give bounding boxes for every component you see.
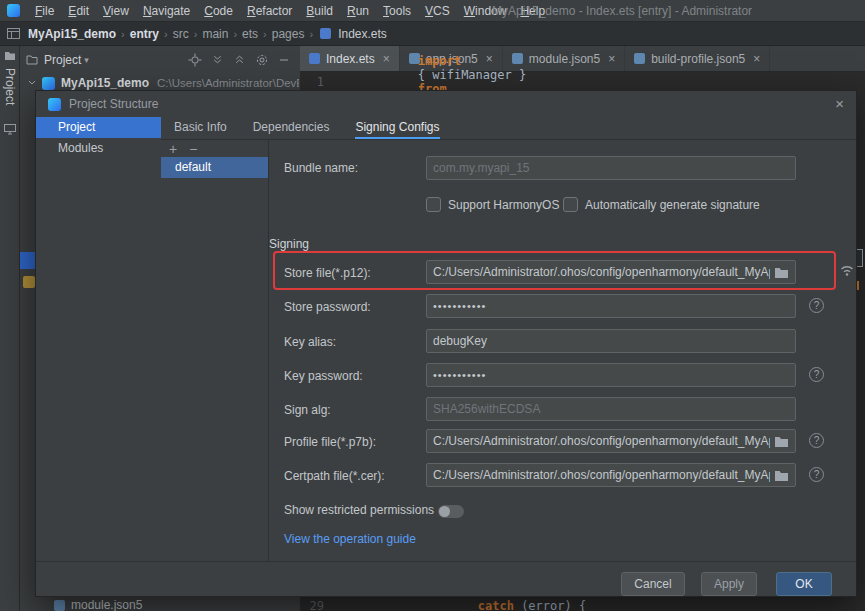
- divider: [36, 561, 856, 562]
- tab-dependencies[interactable]: Dependencies: [253, 117, 330, 139]
- menu-vcs[interactable]: VCS: [418, 0, 457, 22]
- breadcrumb-item-project[interactable]: MyApi15_demo: [26, 27, 118, 41]
- sidebar-item-modules[interactable]: Modules: [36, 138, 161, 159]
- sign-alg-field: SHA256withECDSA: [426, 397, 796, 421]
- menu-build[interactable]: Build: [299, 0, 340, 22]
- locate-file-icon[interactable]: [188, 53, 202, 67]
- tab-label: build-profile.json5: [651, 52, 745, 66]
- close-tab-icon[interactable]: ×: [608, 52, 615, 66]
- project-structure-dialog: Project Structure × Project Modules Basi…: [35, 90, 857, 597]
- breadcrumb-item-pages[interactable]: pages: [270, 27, 307, 41]
- key-alias-field[interactable]: debugKey: [426, 329, 796, 353]
- certpath-file-field[interactable]: C:/Users/Administrator/.ohos/config/open…: [426, 463, 796, 487]
- collapse-all-icon[interactable]: [233, 53, 246, 66]
- sign-alg-label: Sign alg:: [284, 403, 331, 417]
- auto-generate-signature-checkbox[interactable]: [563, 197, 578, 212]
- dialog-header[interactable]: Project Structure: [36, 91, 856, 117]
- chevron-down-icon[interactable]: ▾: [84, 55, 89, 65]
- menu-run[interactable]: Run: [340, 0, 376, 22]
- config-list-toolbar: + −: [169, 141, 197, 157]
- project-root-name: MyApi15_demo: [61, 76, 149, 90]
- restricted-permissions-label: Show restricted permissions: [284, 503, 434, 517]
- breadcrumb-item-ets[interactable]: ets: [240, 27, 260, 41]
- bundle-name-label: Bundle name:: [284, 161, 358, 175]
- browse-folder-icon[interactable]: [774, 435, 789, 448]
- cancel-button[interactable]: Cancel: [621, 572, 685, 596]
- device-monitor-icon[interactable]: [4, 124, 16, 135]
- breadcrumb-separator: ›: [161, 28, 171, 40]
- key-password-label: Key password:: [284, 369, 363, 383]
- tree-item-module-json5[interactable]: module.json5: [54, 598, 142, 611]
- tree-item-label: module.json5: [71, 598, 142, 611]
- settings-gear-icon[interactable]: [255, 53, 269, 67]
- key-password-value: •••••••••••: [433, 369, 789, 381]
- deveco-logo-icon: [48, 98, 61, 111]
- help-icon[interactable]: ?: [809, 367, 824, 382]
- apply-button[interactable]: Apply: [701, 572, 757, 596]
- menu-edit[interactable]: Edit: [61, 0, 96, 22]
- chevron-expand-icon[interactable]: [27, 78, 37, 88]
- store-password-value: •••••••••••: [433, 300, 789, 312]
- restricted-permissions-toggle[interactable]: [438, 505, 464, 518]
- keyword-catch: catch: [478, 599, 514, 611]
- sidebar-item-project[interactable]: Project: [36, 117, 161, 138]
- divider: [268, 139, 269, 561]
- divider: [161, 139, 856, 140]
- tool-window-label-project[interactable]: Project: [3, 68, 17, 105]
- breadcrumb-separator: ›: [191, 28, 201, 40]
- menu-navigate[interactable]: Navigate: [136, 0, 197, 22]
- support-harmonyos-checkbox[interactable]: [426, 197, 441, 212]
- breadcrumb-item-entry[interactable]: entry: [128, 27, 161, 41]
- add-config-button[interactable]: +: [169, 141, 177, 157]
- code-line-1[interactable]: 1 import { wifiManager } from '@kit.Conn…: [300, 73, 584, 91]
- bundle-name-field[interactable]: com.my.myapi_15: [426, 156, 796, 180]
- project-view-selector[interactable]: Project: [44, 53, 81, 67]
- menu-file[interactable]: File: [28, 0, 61, 22]
- menu-code[interactable]: Code: [197, 0, 240, 22]
- tab-signing-configs[interactable]: Signing Configs: [355, 117, 439, 139]
- breadcrumb-item-src[interactable]: src: [171, 27, 191, 41]
- menu-tools[interactable]: Tools: [376, 0, 418, 22]
- operation-guide-link[interactable]: View the operation guide: [284, 532, 416, 546]
- close-dialog-icon[interactable]: ×: [835, 94, 844, 114]
- store-file-label: Store file(*.p12):: [284, 266, 371, 280]
- key-alias-value: debugKey: [433, 334, 789, 348]
- store-password-label: Store password:: [284, 300, 371, 314]
- deveco-logo-icon: [7, 4, 20, 17]
- tab-build-profile-json5[interactable]: build-profile.json5 ×: [625, 46, 770, 71]
- key-password-field[interactable]: •••••••••••: [426, 363, 796, 387]
- ets-file-icon: [320, 28, 331, 39]
- browse-folder-icon[interactable]: [774, 469, 789, 482]
- line-number: 1: [300, 75, 324, 89]
- help-icon[interactable]: ?: [809, 467, 824, 482]
- tab-basic-info[interactable]: Basic Info: [174, 117, 227, 139]
- expand-all-icon[interactable]: [211, 53, 224, 66]
- store-file-field[interactable]: C:/Users/Administrator/.ohos/config/open…: [426, 260, 796, 284]
- window-title: MyApi15_demo - Index.ets [entry] - Admin…: [492, 4, 752, 18]
- tree-item-icon-fragment: [23, 276, 35, 288]
- breadcrumb-item-index-ets[interactable]: Index.ets: [336, 27, 389, 41]
- code-expression: { wifiManager }: [418, 68, 526, 82]
- project-root-path: C:\Users\Administrator\DevEcoS: [157, 77, 299, 89]
- menu-refactor[interactable]: Refactor: [240, 0, 299, 22]
- project-root-icon: [42, 77, 55, 90]
- profile-file-label: Profile file(*.p7b):: [284, 435, 376, 449]
- help-icon[interactable]: ?: [809, 298, 824, 313]
- breadcrumb-separator: ›: [306, 28, 316, 40]
- menu-view[interactable]: View: [96, 0, 136, 22]
- breadcrumb-item-main[interactable]: main: [200, 27, 230, 41]
- browse-folder-icon[interactable]: [774, 266, 789, 279]
- project-stripe-icon[interactable]: [4, 50, 16, 62]
- keyword-import: import: [418, 54, 461, 68]
- profile-file-field[interactable]: C:/Users/Administrator/.ohos/config/open…: [426, 429, 796, 453]
- help-icon[interactable]: ?: [809, 433, 824, 448]
- profile-file-value: C:/Users/Administrator/.ohos/config/open…: [433, 434, 770, 448]
- remove-config-button[interactable]: −: [189, 141, 197, 157]
- code-line-29[interactable]: 29 catch (error) {: [300, 597, 586, 611]
- config-item-default[interactable]: default: [161, 157, 268, 178]
- ok-button[interactable]: OK: [776, 572, 832, 596]
- signal-verify-icon[interactable]: [839, 263, 855, 277]
- store-password-field[interactable]: •••••••••••: [426, 294, 796, 318]
- close-tab-icon[interactable]: ×: [753, 52, 760, 66]
- hide-panel-icon[interactable]: [278, 54, 290, 66]
